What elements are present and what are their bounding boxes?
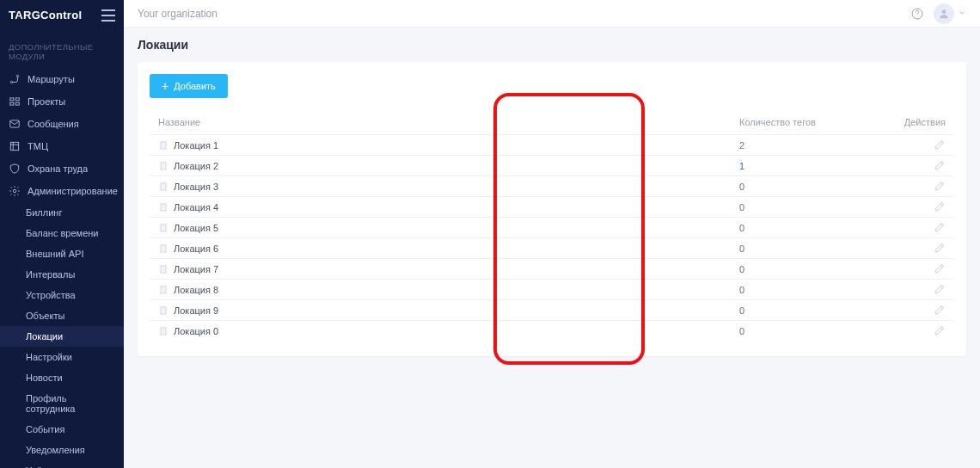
building-icon xyxy=(158,140,168,151)
pencil-icon[interactable] xyxy=(934,242,946,254)
table-row[interactable]: Локация 7 0 xyxy=(150,258,954,279)
sidebar-sub-label: Устройства xyxy=(26,290,76,300)
table-row[interactable]: Локация 0 0 xyxy=(150,320,954,341)
locations-card: + Добавить Название Количество тегов Дей… xyxy=(138,62,966,356)
building-icon xyxy=(158,285,168,295)
building-icon xyxy=(158,161,168,171)
svg-rect-4 xyxy=(10,102,14,105)
sidebar-sub-settings[interactable]: Настройки xyxy=(0,347,124,367)
shield-icon xyxy=(9,163,21,175)
table-row[interactable]: Локация 9 0 xyxy=(150,299,954,320)
sidebar-sub-external-api[interactable]: Внешний API xyxy=(0,243,124,264)
sidebar-item-messages[interactable]: Сообщения xyxy=(0,113,124,135)
sidebar-section-title: ДОПОЛНИТЕЛЬНЫЕ МОДУЛИ xyxy=(0,30,124,68)
chevron-down-icon[interactable] xyxy=(958,8,966,20)
sidebar-sub-label: Интервалы xyxy=(26,269,75,280)
table-row[interactable]: Локация 8 0 xyxy=(150,279,954,299)
pencil-icon[interactable] xyxy=(934,200,946,212)
svg-rect-20 xyxy=(161,307,166,314)
org-name[interactable]: Your organization xyxy=(138,8,217,20)
svg-rect-2 xyxy=(10,98,14,101)
sidebar-sub-employee-profile[interactable]: Профиль сотрудника xyxy=(0,388,124,419)
row-name-cell: Локация 8 xyxy=(158,285,739,295)
building-icon xyxy=(158,305,168,316)
pencil-icon[interactable] xyxy=(934,324,946,336)
mail-icon xyxy=(9,118,21,130)
table-row[interactable]: Локация 5 0 xyxy=(150,217,954,237)
row-tags: 1 xyxy=(739,161,877,171)
pencil-icon[interactable] xyxy=(934,221,946,233)
row-actions xyxy=(877,324,946,338)
sidebar-item-label: Маршруты xyxy=(28,74,75,84)
sidebar-sub-time-balance[interactable]: Баланс времени xyxy=(0,223,124,243)
row-name-cell: Локация 2 xyxy=(158,161,739,171)
plus-icon: + xyxy=(162,80,168,92)
row-name: Локация 8 xyxy=(174,285,218,295)
pencil-icon[interactable] xyxy=(934,159,946,171)
svg-rect-5 xyxy=(15,102,19,105)
sidebar-sub-events[interactable]: События xyxy=(0,419,124,440)
svg-point-0 xyxy=(10,81,12,83)
row-actions xyxy=(877,159,946,173)
sidebar-sub-objects[interactable]: Объекты xyxy=(0,305,124,326)
sidebar-sub-intervals[interactable]: Интервалы xyxy=(0,264,124,285)
svg-rect-18 xyxy=(161,266,166,273)
pencil-icon[interactable] xyxy=(934,139,946,151)
pencil-icon[interactable] xyxy=(934,262,946,274)
row-actions xyxy=(877,180,946,194)
hamburger-icon[interactable] xyxy=(101,9,115,22)
pencil-icon[interactable] xyxy=(934,283,946,295)
row-name-cell: Локация 5 xyxy=(158,223,739,233)
svg-rect-3 xyxy=(15,98,19,101)
sidebar-item-label: Охрана труда xyxy=(28,163,88,174)
sidebar-item-label: ТМЦ xyxy=(28,141,48,151)
sidebar-sub-notifications[interactable]: Уведомления xyxy=(0,440,124,460)
pencil-icon[interactable] xyxy=(934,180,946,192)
row-actions xyxy=(877,262,946,276)
row-name-cell: Локация 9 xyxy=(158,305,739,316)
sidebar-sub-label: Профиль сотрудника xyxy=(26,393,75,414)
sidebar-sub-billing[interactable]: Биллинг xyxy=(0,202,124,223)
row-actions xyxy=(877,304,946,317)
sidebar-sub-locations[interactable]: Локации xyxy=(0,326,124,347)
svg-rect-6 xyxy=(10,120,20,127)
row-name: Локация 6 xyxy=(174,243,218,254)
svg-rect-12 xyxy=(161,142,166,149)
sidebar-sub-devices[interactable]: Устройства xyxy=(0,285,124,305)
sidebar-sub-label: События xyxy=(26,424,64,434)
svg-rect-21 xyxy=(161,328,166,335)
pencil-icon[interactable] xyxy=(934,304,946,316)
avatar[interactable] xyxy=(934,3,954,24)
building-icon xyxy=(158,264,168,274)
gear-icon xyxy=(9,185,21,197)
table-row[interactable]: Локация 1 2 xyxy=(150,134,954,155)
th-name: Название xyxy=(158,117,739,127)
help-icon[interactable] xyxy=(910,6,925,22)
svg-point-1 xyxy=(16,75,18,77)
svg-rect-17 xyxy=(161,245,166,252)
sidebar-item-label: Администрирование xyxy=(28,186,118,196)
table-row[interactable]: Локация 2 1 xyxy=(150,155,954,176)
sidebar-sub-accounts[interactable]: Учётные записи xyxy=(0,460,124,468)
add-button[interactable]: + Добавить xyxy=(150,74,228,98)
sidebar: TARGControl ДОПОЛНИТЕЛЬНЫЕ МОДУЛИ Маршру… xyxy=(0,0,124,468)
sidebar-sub-label: Объекты xyxy=(26,311,64,321)
sidebar-item-routes[interactable]: Маршруты xyxy=(0,68,124,90)
sidebar-item-projects[interactable]: Проекты xyxy=(0,90,124,113)
main: Your organization Локации + Добавить Наз… xyxy=(124,0,980,468)
row-actions xyxy=(877,139,946,152)
sidebar-item-inventory[interactable]: ТМЦ xyxy=(0,135,124,157)
svg-rect-7 xyxy=(10,142,18,150)
sidebar-sub-news[interactable]: Новости xyxy=(0,367,124,388)
locations-table: Название Количество тегов Действия Локац… xyxy=(150,110,954,341)
table-row[interactable]: Локация 6 0 xyxy=(150,237,954,258)
table-row[interactable]: Локация 3 0 xyxy=(150,176,954,196)
sidebar-item-label: Сообщения xyxy=(28,119,79,129)
row-name: Локация 7 xyxy=(174,264,218,274)
row-tags: 0 xyxy=(739,223,877,233)
row-name: Локация 9 xyxy=(174,305,218,316)
sidebar-item-admin[interactable]: Администрирование xyxy=(0,180,124,202)
sidebar-item-safety[interactable]: Охрана труда xyxy=(0,157,124,180)
table-row[interactable]: Локация 4 0 xyxy=(150,196,954,217)
sidebar-sub-label: Биллинг xyxy=(26,207,62,218)
